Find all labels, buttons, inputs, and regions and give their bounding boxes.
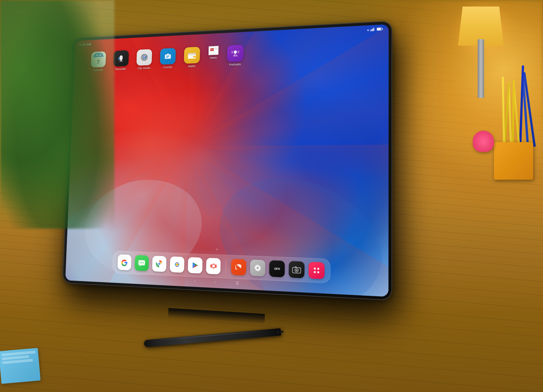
- wifi-icon: ▾: [367, 28, 369, 32]
- dock-nebula[interactable]: [309, 262, 325, 279]
- cooclip-label: Cooclip: [163, 65, 172, 69]
- svg-rect-5: [371, 29, 372, 31]
- app-recorder[interactable]: Recorder: [113, 50, 129, 71]
- svg-rect-9: [382, 28, 383, 29]
- svg-point-68: [314, 271, 316, 273]
- app-cooclip[interactable]: Cooclip: [160, 48, 176, 69]
- svg-rect-64: [295, 267, 297, 268]
- dock-swift[interactable]: [231, 259, 246, 275]
- podcasts-icon[interactable]: [227, 45, 244, 62]
- app-clipstudio[interactable]: Clip Studio: [136, 49, 152, 70]
- back-button[interactable]: ‹: [194, 279, 195, 283]
- svg-rect-10: [377, 28, 381, 30]
- svg-point-67: [317, 268, 319, 270]
- wallet-icon[interactable]: [184, 47, 200, 64]
- dock-assistant[interactable]: [170, 256, 184, 273]
- svg-marker-44: [140, 265, 141, 267]
- svg-rect-41: [236, 55, 237, 57]
- pink-decoration: [473, 131, 494, 152]
- app-news[interactable]: NEWS News: [208, 46, 218, 59]
- note-line-1: [2, 351, 36, 356]
- app-podcasts[interactable]: Podcasts: [227, 45, 244, 66]
- svg-point-36: [234, 50, 237, 54]
- pencil-yellow-2: [512, 80, 515, 147]
- podcasts-label: Podcasts: [229, 63, 241, 66]
- background-greenery: [0, 0, 114, 229]
- news-icon[interactable]: NEWS: [209, 46, 219, 55]
- home-button[interactable]: ○: [214, 280, 216, 284]
- svg-rect-4: [370, 30, 371, 31]
- scene: 9:05 AM ▾: [0, 0, 543, 392]
- pen-holder-area: [494, 65, 533, 180]
- svg-rect-40: [235, 55, 236, 57]
- pen-blue-3: [519, 65, 524, 147]
- pen-holder-box: [494, 142, 533, 180]
- news-label: News: [210, 56, 217, 60]
- recorder-label: Recorder: [115, 67, 126, 71]
- svg-point-69: [317, 271, 319, 273]
- dock-divider: [226, 260, 226, 273]
- signal-icon: [370, 28, 375, 32]
- svg-text:NEWS: NEWS: [210, 49, 215, 51]
- dock-settings[interactable]: [250, 259, 265, 276]
- status-icons: ▾: [367, 27, 383, 32]
- clipstudio-icon[interactable]: [136, 49, 152, 66]
- dock-playstore[interactable]: [188, 257, 202, 274]
- dock-google[interactable]: [117, 254, 131, 270]
- svg-marker-18: [165, 53, 170, 55]
- svg-point-66: [314, 268, 316, 270]
- battery-icon: [377, 27, 383, 31]
- cooclip-icon[interactable]: [160, 48, 176, 65]
- stylus-tip: [277, 330, 281, 334]
- dock-messages[interactable]: [135, 255, 149, 271]
- clipstudio-label: Clip Studio: [138, 66, 150, 70]
- svg-point-63: [296, 270, 297, 271]
- svg-rect-38: [233, 55, 234, 57]
- dock-photos[interactable]: [206, 258, 221, 274]
- dock-gfx[interactable]: GFX: [269, 260, 285, 277]
- recents-button[interactable]: ☰: [236, 281, 239, 285]
- svg-point-65: [299, 268, 300, 269]
- svg-rect-6: [372, 28, 373, 31]
- svg-rect-22: [188, 53, 196, 55]
- chevron-up-icon: ^: [216, 248, 218, 253]
- lamp-base: [478, 39, 484, 98]
- svg-rect-7: [373, 28, 374, 31]
- dock-chrome[interactable]: [152, 256, 166, 272]
- pencil-yellow-5: [502, 77, 505, 147]
- wallet-label: Wallet: [188, 64, 195, 68]
- svg-rect-39: [234, 54, 235, 57]
- svg-rect-20: [166, 57, 168, 57]
- svg-rect-37: [235, 54, 236, 54]
- pens-group: [494, 65, 533, 180]
- dock-camera[interactable]: [289, 261, 305, 278]
- sticky-notes: [0, 348, 41, 384]
- recorder-icon[interactable]: [113, 50, 129, 67]
- svg-rect-42: [237, 56, 238, 57]
- gfx-label: GFX: [274, 267, 280, 270]
- app-wallet[interactable]: Wallet: [184, 47, 200, 68]
